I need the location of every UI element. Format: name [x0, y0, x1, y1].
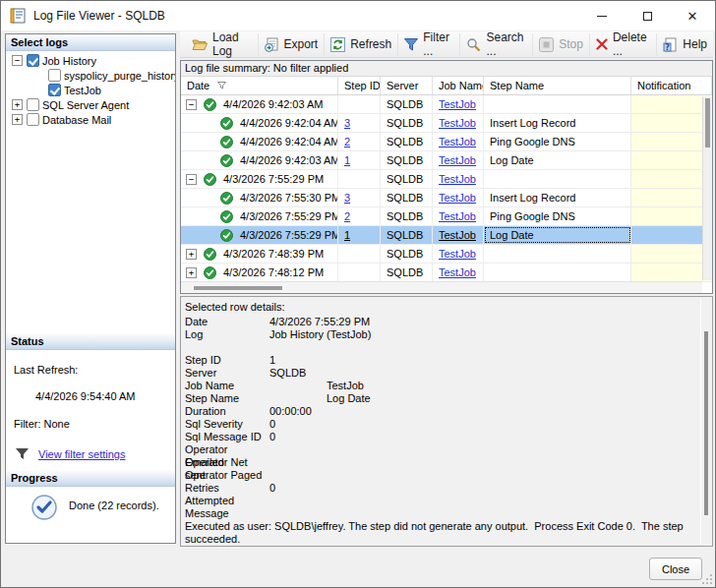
step-id-link[interactable]: 1	[344, 229, 350, 241]
detail-label: Log	[185, 328, 269, 341]
table-row[interactable]: 4/3/2026 7:55:29 PM2SQLDBTestJobPing Goo…	[181, 207, 712, 226]
checkbox-checked[interactable]	[48, 84, 61, 96]
grid-horizontal-scrollbar[interactable]	[181, 281, 702, 293]
checkbox-unchecked[interactable]	[27, 113, 39, 126]
checkbox-unchecked[interactable]	[48, 69, 61, 82]
table-row[interactable]: 4/4/2026 9:42:04 AM3SQLDBTestJobInsert L…	[181, 114, 712, 133]
job-name-link[interactable]: TestJob	[439, 248, 476, 260]
job-name-link[interactable]: TestJob	[439, 136, 476, 147]
expand-minus-icon[interactable]: −	[186, 174, 197, 185]
column-header-job-name[interactable]: Job Name	[433, 77, 484, 94]
tree-item-testjob[interactable]: TestJob	[6, 83, 175, 97]
cell-step-name	[484, 245, 631, 263]
column-header-label: Notification	[637, 80, 690, 91]
tree-item-syspolicy-purge-history[interactable]: syspolicy_purge_history	[6, 68, 175, 83]
cell-step-id: 3	[338, 114, 381, 132]
tree-item-label: SQL Server Agent	[42, 99, 129, 111]
view-filter-settings-link[interactable]: View filter settings	[38, 448, 125, 460]
close-button[interactable]: Close	[649, 558, 702, 580]
detail-field-date: Date4/3/2026 7:55:29 PM	[185, 316, 712, 328]
job-name-link[interactable]: TestJob	[439, 117, 476, 129]
search-button[interactable]: Search ...	[460, 33, 533, 56]
grid-hscroll-thumb[interactable]	[194, 286, 282, 290]
maximize-button[interactable]	[625, 1, 670, 30]
table-row[interactable]: −4/3/2026 7:55:29 PMSQLDBTestJob	[181, 170, 712, 189]
detail-field-job-name: Job NameTestJob	[185, 380, 712, 392]
expand-plus-icon[interactable]: +	[186, 267, 197, 278]
expand-plus-icon[interactable]: +	[12, 114, 23, 125]
expand-minus-icon[interactable]: −	[186, 99, 197, 110]
stop-button[interactable]: Stop	[533, 33, 590, 56]
success-check-icon	[220, 210, 233, 223]
detail-label: Duration	[185, 405, 269, 418]
detail-field-operator-emailed: Operator Emailed	[185, 443, 712, 456]
load-log-button[interactable]: Load Log	[186, 33, 259, 56]
minimize-button[interactable]	[579, 1, 625, 30]
step-id-link[interactable]: 2	[344, 136, 350, 147]
table-row[interactable]: 4/3/2026 7:55:30 PM3SQLDBTestJobInsert L…	[181, 189, 712, 207]
column-header-notification[interactable]: Notification	[631, 77, 712, 94]
table-row[interactable]: +4/3/2026 7:48:39 PMSQLDBTestJob	[181, 245, 712, 264]
column-header-step-name[interactable]: Step Name	[484, 77, 631, 94]
job-name-link[interactable]: TestJob	[439, 192, 476, 204]
column-filter-icon[interactable]	[217, 82, 226, 89]
cell-job-name: TestJob	[433, 189, 484, 206]
job-name-link[interactable]: TestJob	[439, 210, 476, 222]
tree-item-job-history[interactable]: −Job History	[6, 53, 175, 68]
help-button[interactable]: ? Help	[657, 33, 713, 56]
step-name-text: Ping Google DNS	[490, 210, 575, 222]
table-row[interactable]: −4/4/2026 9:42:03 AMSQLDBTestJob	[181, 95, 712, 114]
expand-minus-icon[interactable]: −	[12, 55, 23, 66]
server-text: SQLDB	[387, 117, 423, 129]
table-row[interactable]: +4/3/2026 7:48:12 PMSQLDBTestJob	[181, 264, 712, 282]
expand-plus-icon[interactable]: +	[12, 99, 23, 110]
export-button[interactable]: Export	[259, 33, 326, 56]
step-id-link[interactable]: 3	[344, 117, 350, 129]
close-window-button[interactable]: ✕	[670, 1, 715, 30]
cell-job-name: TestJob	[433, 133, 484, 150]
column-header-date[interactable]: Date	[181, 77, 338, 94]
window-title: Log File Viewer - SQLDB	[33, 9, 165, 23]
column-header-step-id[interactable]: Step ID	[338, 77, 381, 94]
job-name-link[interactable]: TestJob	[439, 98, 476, 110]
details-vertical-scrollbar[interactable]	[700, 299, 708, 544]
job-name-link[interactable]: TestJob	[439, 154, 476, 166]
column-header-label: Step ID	[344, 80, 381, 91]
step-id-link[interactable]: 1	[344, 154, 350, 166]
table-row[interactable]: 4/4/2026 9:42:04 AM2SQLDBTestJobPing Goo…	[181, 133, 712, 151]
column-header-server[interactable]: Server	[381, 77, 433, 94]
column-header-label: Step Name	[490, 80, 544, 91]
tree-item-sql-server-agent[interactable]: +SQL Server Agent	[6, 97, 175, 112]
step-id-link[interactable]: 3	[344, 192, 350, 204]
help-label: Help	[683, 37, 707, 51]
detail-label: Step Name	[185, 392, 269, 405]
message-text: Executed as user: SQLDB\jeffrey. The ste…	[185, 520, 688, 546]
date-text: 4/4/2026 9:42:04 AM	[240, 136, 338, 147]
cell-server: SQLDB	[381, 226, 433, 244]
search-icon	[466, 37, 481, 52]
step-id-link[interactable]: 2	[344, 210, 350, 222]
tree-item-database-mail[interactable]: +Database Mail	[6, 112, 175, 127]
table-row[interactable]: 4/3/2026 7:55:29 PM1SQLDBTestJobLog Date	[181, 226, 712, 245]
refresh-button[interactable]: Refresh	[325, 33, 398, 56]
delete-button[interactable]: Delete ...	[590, 33, 657, 56]
checkbox-unchecked[interactable]	[27, 98, 39, 111]
message-label: Message	[185, 507, 712, 520]
checkbox-checked[interactable]	[27, 54, 39, 67]
job-name-link[interactable]: TestJob	[439, 173, 476, 185]
server-text: SQLDB	[387, 229, 423, 241]
job-name-link[interactable]: TestJob	[439, 266, 476, 278]
grid-vscroll-thumb[interactable]	[705, 98, 710, 147]
expand-plus-icon[interactable]: +	[186, 249, 197, 260]
job-name-link[interactable]: TestJob	[439, 229, 476, 241]
resize-grip-icon[interactable]	[702, 574, 712, 584]
details-vscroll-thumb[interactable]	[704, 331, 708, 515]
cell-date: 4/3/2026 7:55:29 PM	[181, 226, 338, 244]
grid-vertical-scrollbar[interactable]	[702, 96, 712, 280]
table-row[interactable]: 4/4/2026 9:42:03 AM1SQLDBTestJobLog Date	[181, 151, 712, 170]
cell-notification	[631, 264, 712, 281]
cell-date: −4/3/2026 7:55:29 PM	[181, 170, 338, 188]
column-header-label: Job Name	[439, 80, 484, 91]
filter-button[interactable]: Filter ...	[398, 33, 460, 56]
details-title: Selected row details:	[185, 301, 712, 313]
